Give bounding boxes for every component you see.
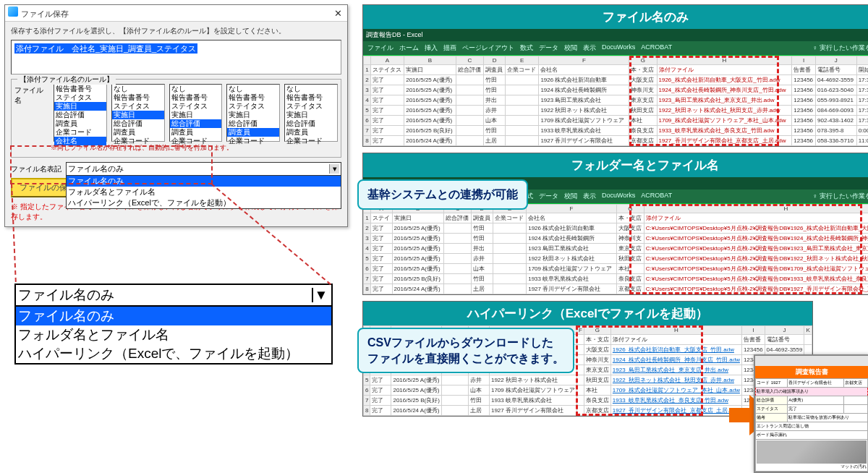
excel-window-1: 調査報告DB - Excel山本典晴 ファイルホーム挿入描画ページレイアウト数式… [363, 29, 868, 146]
report-code: コード 1927 [756, 379, 788, 388]
filename-preview: 添付ファイル 会社名_実施日_調査員_ステイタス [11, 40, 341, 74]
listbox-item[interactable]: 総合評価 [170, 119, 222, 128]
tell-me[interactable]: ♀ 実行したい作業を入力してください [813, 192, 868, 201]
listbox-item[interactable]: ステイタス [54, 93, 106, 102]
ribbon-tab[interactable]: ACROBAT [641, 43, 672, 53]
report-title: 調査報告書 [755, 366, 868, 378]
report-company: 香川デザイン有限会社 [788, 379, 843, 388]
listbox-item[interactable]: 実施日 [227, 111, 279, 119]
listbox-item[interactable]: 調査員 [227, 128, 279, 137]
listbox-item[interactable]: ステイタス [170, 102, 222, 111]
chevron-down-icon[interactable]: ▼ [312, 288, 329, 302]
ribbon-tabs[interactable]: ファイルホーム挿入描画ページレイアウト数式データ校閲表示DocuWorksACR… [363, 41, 868, 56]
combo-option[interactable]: ハイパーリンク（Excelで、ファイルを起動） [67, 197, 341, 208]
ribbon-tab[interactable]: 挿入 [425, 43, 438, 53]
enlarged-dropdown: ファイル名のみ ▼ ファイル名のみフォルダ名とファイル名ハイパーリンク（Exce… [14, 284, 333, 365]
listbox-item[interactable]: 報告書番号 [112, 93, 164, 102]
listbox-item[interactable]: 総合評価 [285, 119, 337, 128]
ribbon-tab[interactable]: 描画 [443, 43, 456, 53]
panel-title: ハイパーリンク（Excelでファイルを起動） [363, 302, 812, 325]
listbox-item[interactable]: 調査員 [285, 128, 337, 137]
rule-listbox-2[interactable]: なし報告書番号ステイタス実施日総合評価調査員企業コード [111, 84, 165, 142]
listbox-item[interactable]: 総合評価 [112, 119, 164, 128]
listbox-item[interactable]: 企業コード [285, 137, 337, 145]
ribbon-tab[interactable]: 数式 [520, 43, 533, 53]
ribbon-tab[interactable]: 表示 [583, 43, 596, 53]
panel-title: ファイル名のみ [363, 5, 868, 29]
ribbon-tab[interactable]: ページレイアウト [462, 43, 514, 53]
listbox-item[interactable]: 総合評価 [227, 119, 279, 128]
chevron-down-icon[interactable]: ▾ [329, 164, 339, 174]
listbox-item[interactable]: 実施日 [54, 102, 106, 111]
listbox-item[interactable]: 調査員 [54, 119, 106, 128]
listbox-item[interactable]: なし [112, 85, 164, 93]
doc-title: 調査報告DB - Excel [366, 31, 423, 38]
dialog-title: ファイル保存 [21, 9, 69, 18]
enlarged-dropdown-option[interactable]: フォルダ名とファイル名 [16, 325, 331, 344]
rule-group-label: 【添付ファイル名のルール】 [17, 74, 116, 85]
dispmode-combo-list[interactable]: ファイル名のみフォルダ名とファイル名ハイパーリンク（Excelで、ファイルを起動… [66, 175, 341, 209]
panel-hyperlink: ハイパーリンク（Excelでファイルを起動） ABCDEFGHIJK1ステイ実施… [362, 301, 813, 417]
rule-listbox-5[interactable]: なし報告書番号ステイタス実施日総合評価調査員企業コード [284, 84, 338, 142]
rule-listbox-4[interactable]: なし報告書番号ステイタス実施日総合評価調査員企業コード [226, 84, 280, 142]
ribbon-tab[interactable]: DocuWorks [602, 192, 635, 201]
ribbon-tab[interactable]: 校閲 [564, 43, 577, 53]
listbox-item[interactable]: 実施日 [170, 111, 222, 119]
report-branch: 京都支店 [843, 379, 867, 388]
callout-tip: CSVファイルからダウンロードした ファイルを直接開くことができます。 [357, 328, 574, 373]
listbox-item[interactable]: 実施日 [112, 111, 164, 119]
ribbon-tab[interactable]: データ [539, 43, 558, 53]
listbox-item[interactable]: 企業コード [227, 137, 279, 145]
listbox-item[interactable]: ステイタス [227, 102, 279, 111]
panel-title: フォルダー名とファイル名 [363, 153, 868, 177]
dispmode-combo[interactable]: ファイル名のみ ▾ [66, 162, 341, 176]
dispmode-label: ファイル名表記 [11, 164, 61, 174]
spreadsheet-2[interactable]: ABCDEFGH1ステイ実施日総合評価調査員企業コード会社名本・支店添付ファイル… [363, 204, 868, 294]
listbox-item[interactable]: ステイタス [112, 102, 164, 111]
ribbon-tab[interactable]: ホーム [399, 43, 419, 53]
app-icon [8, 7, 18, 17]
ribbon-tab[interactable]: ファイル [367, 43, 393, 53]
enlarged-dropdown-option[interactable]: ハイパーリンク（Excelで、ファイルを起動） [16, 344, 331, 363]
listbox-item[interactable]: 調査員 [112, 128, 164, 137]
ribbon-tab[interactable]: ACROBAT [641, 192, 672, 201]
listbox-item[interactable]: なし [285, 85, 337, 93]
listbox-item[interactable]: なし [170, 85, 222, 93]
filename-label: ファイル名 [14, 84, 49, 106]
listbox-item[interactable]: 報告書番号 [54, 85, 106, 93]
combo-value: ファイル名のみ [68, 163, 124, 174]
dialog-titlebar[interactable]: ファイル保存 ✕ [5, 5, 347, 22]
listbox-item[interactable]: 報告書番号 [227, 93, 279, 102]
enlarged-dropdown-option[interactable]: ファイル名のみ [16, 307, 331, 325]
ribbon-tab[interactable]: 校閲 [564, 192, 577, 201]
ribbon-tab[interactable]: データ [539, 192, 558, 201]
file-save-dialog: ファイル保存 ✕ 保存する添付ファイルを選択し、【添付ファイル名のルール】を設定… [4, 4, 348, 227]
panel-filename-only: ファイル名のみ 調査報告DB - Excel山本典晴 ファイルホーム挿入描画ペー… [362, 4, 868, 147]
listbox-item[interactable]: 総合評価 [54, 111, 106, 119]
preview-highlight: 添付ファイル 会社名_実施日_調査員_ステイタス [14, 43, 197, 54]
listbox-item[interactable]: 実施日 [285, 111, 337, 119]
rule-listbox-1[interactable]: 報告書番号ステイタス実施日総合評価調査員企業コード会社名 [54, 84, 107, 142]
rule-listbox-3[interactable]: なし報告書番号ステイタス実施日総合評価調査員企業コード [169, 84, 223, 142]
listbox-item[interactable]: 企業コード [54, 128, 106, 137]
listbox-item[interactable]: 調査員 [170, 128, 222, 137]
tell-me[interactable]: ♀ 実行したい作業を入力してください [813, 43, 868, 53]
combo-option[interactable]: フォルダ名とファイル名 [67, 187, 341, 197]
enlarged-dropdown-value: ファイル名のみ [18, 286, 114, 304]
listbox-item[interactable]: なし [227, 85, 279, 93]
close-icon[interactable]: ✕ [331, 8, 344, 19]
panel-folder-and-filename: フォルダー名とファイル名 調査報告DB - Excel山本典晴 ファイルホーム挿… [362, 153, 868, 295]
report-preview: 調査報告書 コード 1927香川デザイン有限会社京都支店 駐車場入口の確認事項あ… [754, 354, 868, 473]
ribbon-tab[interactable]: DocuWorks [602, 43, 635, 53]
callout-tip: 基幹システムとの連携が可能 [357, 179, 528, 210]
rule-group: 【添付ファイル名のルール】 ファイル名 報告書番号ステイタス実施日総合評価調査員… [11, 79, 341, 158]
listbox-item[interactable]: ステイタス [285, 102, 337, 111]
listbox-item[interactable]: 報告書番号 [285, 93, 337, 102]
combo-option[interactable]: ファイル名のみ [67, 176, 341, 187]
instruction-text: 保存する添付ファイルを選択し、【添付ファイル名のルール】を設定してください。 [5, 22, 347, 38]
report-note-row: 駐車場入口の確認事項あり [756, 388, 868, 396]
arrow-body [729, 408, 751, 422]
spreadsheet-1[interactable]: ABCDEFGHIJKLM1ステイタス実施日総合評価調査員企業コード会社名本・支… [363, 56, 868, 146]
ribbon-tab[interactable]: 表示 [583, 192, 596, 201]
listbox-item[interactable]: 報告書番号 [170, 93, 222, 102]
